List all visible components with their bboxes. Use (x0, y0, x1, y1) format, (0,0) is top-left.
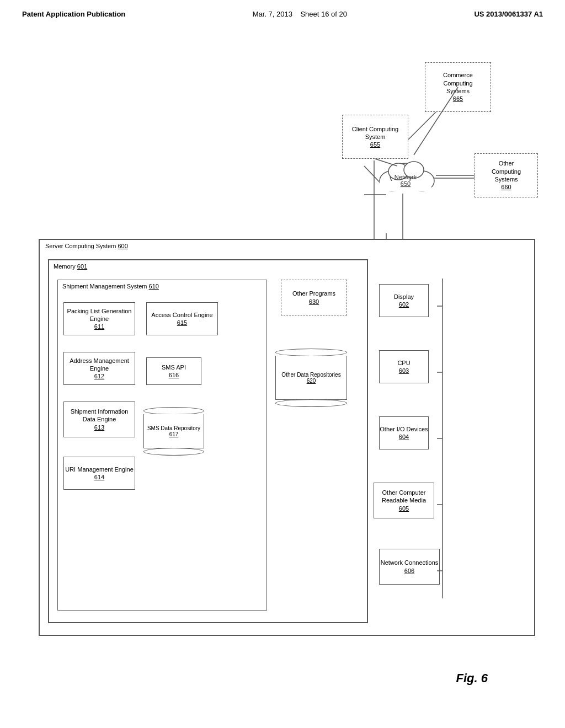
server-computing-ref: 600 (118, 243, 127, 249)
commerce-computing-box: CommerceComputingSystems 665 (425, 62, 491, 112)
sms-data-repo: SMS Data Repository 617 (143, 407, 204, 457)
network-conn-box: Network Connections 606 (379, 549, 440, 585)
uri-mgmt-box: URI Management Engine 614 (63, 457, 135, 490)
header-left: Patent Application Publication (22, 10, 125, 18)
display-box: Display 602 (379, 284, 429, 317)
header: Patent Application Publication Mar. 7, 2… (0, 0, 565, 24)
header-center: Mar. 7, 2013 Sheet 16 of 20 (253, 10, 347, 18)
other-data-repo: Other Data Repositories 620 (275, 349, 347, 409)
network-cloud: Network 650 (375, 151, 430, 195)
other-computing-box: OtherComputingSystems 660 (475, 153, 538, 197)
other-programs-box: Other Programs 630 (281, 280, 347, 315)
memory-ref: 601 (77, 263, 87, 270)
address-mgmt-box: Address Management Engine 612 (63, 352, 135, 385)
shipment-mgmt-box: Shipment Management System 610 Packing L… (57, 280, 267, 611)
cpu-box: CPU 603 (379, 350, 429, 383)
diagram-area: CommerceComputingSystems 665 Client Comp… (22, 29, 543, 697)
svg-text:Network: Network (395, 174, 417, 180)
svg-text:650: 650 (401, 180, 411, 187)
other-io-box: Other I/O Devices 604 (379, 416, 429, 449)
memory-box: Memory 601 Shipment Management System 61… (48, 259, 368, 623)
server-computing-outer: Server Computing System 600 Memory 601 S… (39, 239, 535, 636)
shipment-info-box: Shipment Information Data Engine 613 (63, 402, 135, 437)
other-readable-box: Other Computer Readable Media 605 (374, 483, 434, 518)
memory-label: Memory (54, 263, 76, 270)
shipment-mgmt-label: Shipment Management System (62, 283, 147, 290)
access-control-box: Access Control Engine 615 (146, 302, 218, 335)
server-computing-label: Server Computing System (45, 243, 116, 249)
header-right: US 2013/0061337 A1 (474, 10, 543, 18)
figure-label: Fig. 6 (456, 671, 488, 686)
packing-list-box: Packing List Generation Engine 611 (63, 302, 135, 335)
shipment-mgmt-ref: 610 (149, 283, 159, 290)
sms-api-box: SMS API 616 (146, 357, 201, 385)
